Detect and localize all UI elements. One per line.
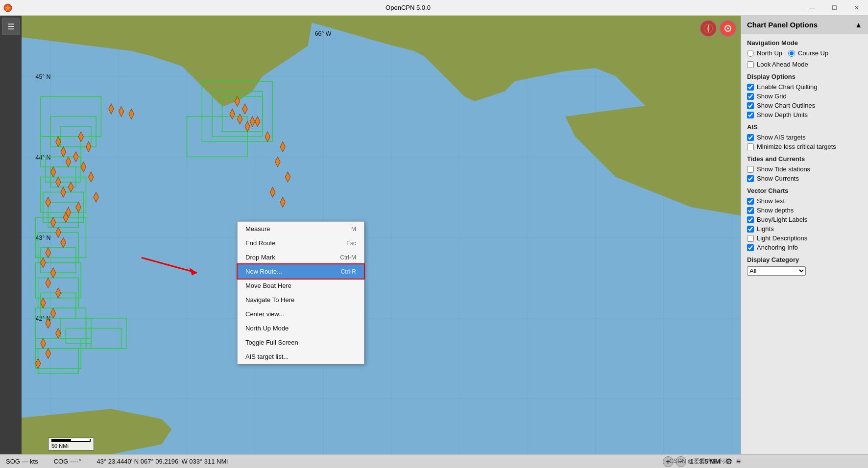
panel-header: Chart Panel Options ▲ — [741, 16, 868, 34]
cm-label-move-boat: Move Boat Here — [245, 282, 291, 289]
cm-item-ais-list[interactable]: AIS target list... — [238, 350, 364, 364]
cm-item-measure[interactable]: Measure M — [238, 222, 364, 236]
show-depths-option[interactable]: Show depths — [747, 207, 862, 214]
buoy-labels-option[interactable]: Buoy/Light Labels — [747, 216, 862, 223]
show-chart-outlines-label: Show Chart Outlines — [757, 102, 815, 109]
show-text-option[interactable]: Show text — [747, 197, 862, 205]
show-currents-checkbox[interactable] — [747, 175, 754, 182]
anchoring-info-label: Anchoring Info — [757, 244, 798, 251]
cm-item-move-boat[interactable]: Move Boat Here — [238, 279, 364, 293]
show-depth-units-option[interactable]: Show Depth Units — [747, 111, 862, 118]
cm-label-end-route: End Route — [245, 239, 275, 247]
lights-checkbox[interactable] — [747, 226, 754, 233]
show-depths-label: Show depths — [757, 207, 794, 214]
cm-label-drop-mark: Drop Mark — [245, 254, 275, 261]
minimize-less-critical-option[interactable]: Minimize less critical targets — [747, 143, 862, 150]
cm-item-center-view[interactable]: Center view... — [238, 307, 364, 321]
close-button[interactable]: ✕ — [845, 0, 868, 16]
show-depth-units-checkbox[interactable] — [747, 112, 754, 118]
course-up-option[interactable]: Course Up — [788, 49, 828, 57]
toolbar: ☰ — [0, 16, 22, 454]
show-tide-stations-option[interactable]: Show Tide stations — [747, 165, 862, 173]
panel-collapse-btn[interactable]: ▲ — [855, 21, 862, 29]
svg-text:45° N: 45° N — [36, 73, 51, 80]
display-category-section-title: Display Category — [747, 256, 862, 263]
map-area[interactable]: ☰ — [0, 16, 741, 454]
buoy-labels-checkbox[interactable] — [747, 216, 754, 223]
ais-section-title: AIS — [747, 123, 862, 131]
cog-display: COG ----° — [54, 458, 81, 465]
cm-shortcut-measure: M — [351, 226, 356, 233]
anchoring-info-checkbox[interactable] — [747, 244, 754, 251]
map-canvas[interactable]: 70° W 69° W 68° W 67° W 66° W 65° W 64° … — [22, 16, 741, 454]
lights-option[interactable]: Lights — [747, 225, 862, 233]
tides-section-title: Tides and Currents — [747, 155, 862, 163]
north-up-label: North Up — [757, 49, 782, 57]
svg-text:66° W: 66° W — [315, 30, 332, 37]
light-desc-option[interactable]: Light Descriptions — [747, 234, 862, 242]
show-tide-stations-checkbox[interactable] — [747, 166, 754, 173]
look-ahead-option[interactable]: Look Ahead Mode — [747, 61, 862, 68]
show-grid-label: Show Grid — [757, 93, 787, 100]
app-icon — [0, 0, 16, 16]
nav-mode-section-title: Navigation Mode — [747, 39, 862, 47]
app-title: OpenCPN 5.0.0 — [16, 4, 800, 11]
cm-label-new-route: New Route... — [245, 268, 282, 275]
menu-icon[interactable]: ≡ — [736, 457, 741, 466]
right-panel: Chart Panel Options ▲ Navigation Mode No… — [741, 16, 868, 454]
lights-label: Lights — [757, 225, 774, 233]
minimize-button[interactable]: — — [800, 0, 823, 16]
statusbar: SOG --- kts COG ----° 43° 23.4440' N 067… — [0, 454, 868, 468]
cm-item-end-route[interactable]: End Route Esc — [238, 236, 364, 250]
show-text-label: Show text — [757, 197, 785, 205]
light-desc-checkbox[interactable] — [747, 235, 754, 242]
enable-chart-quilting-option[interactable]: Enable Chart Quilting — [747, 83, 862, 91]
cm-item-navigate-here[interactable]: Navigate To Here — [238, 293, 364, 307]
svg-point-122 — [727, 27, 729, 29]
map-controls — [699, 20, 737, 37]
show-chart-outlines-option[interactable]: Show Chart Outlines — [747, 102, 862, 109]
scale-bar: 50 NMi — [48, 438, 94, 450]
gps-button[interactable] — [719, 20, 737, 37]
display-category-select[interactable]: All Base Standard Other — [747, 266, 806, 276]
display-options-section-title: Display Options — [747, 73, 862, 80]
course-up-label: Course Up — [798, 49, 828, 57]
panel-body: Navigation Mode North Up Course Up Look … — [741, 34, 868, 454]
context-menu: Measure M End Route Esc Drop Mark Ctrl-M… — [237, 221, 364, 364]
north-up-option[interactable]: North Up — [747, 49, 782, 57]
minimize-less-critical-checkbox[interactable] — [747, 143, 754, 150]
enable-chart-quilting-checkbox[interactable] — [747, 84, 754, 91]
cm-shortcut-new-route: Ctrl-R — [341, 268, 356, 275]
menu-button[interactable]: ☰ — [2, 18, 20, 35]
north-up-radio[interactable] — [747, 50, 754, 57]
compass-button[interactable] — [699, 20, 717, 37]
show-ais-targets-checkbox[interactable] — [747, 134, 754, 141]
show-ais-targets-option[interactable]: Show AIS targets — [747, 134, 862, 141]
cm-item-fullscreen[interactable]: Toggle Full Screen — [238, 335, 364, 350]
main-layout: ☰ — [0, 16, 868, 454]
light-desc-label: Light Descriptions — [757, 234, 807, 242]
show-grid-option[interactable]: Show Grid — [747, 93, 862, 100]
show-text-checkbox[interactable] — [747, 198, 754, 205]
cm-label-north-up: North Up Mode — [245, 325, 289, 332]
cm-label-ais-list: AIS target list... — [245, 353, 289, 360]
show-grid-checkbox[interactable] — [747, 93, 754, 100]
show-currents-option[interactable]: Show Currents — [747, 175, 862, 182]
window-controls: — ☐ ✕ — [800, 0, 868, 16]
show-tide-stations-label: Show Tide stations — [757, 165, 810, 173]
buoy-labels-label: Buoy/Light Labels — [757, 216, 807, 223]
cm-label-navigate-here: Navigate To Here — [245, 296, 294, 304]
cm-shortcut-end-route: Esc — [346, 240, 356, 247]
show-chart-outlines-checkbox[interactable] — [747, 102, 754, 109]
anchoring-info-option[interactable]: Anchoring Info — [747, 244, 862, 251]
look-ahead-checkbox[interactable] — [747, 61, 754, 68]
cm-shortcut-drop-mark: Ctrl-M — [340, 254, 356, 261]
show-depths-checkbox[interactable] — [747, 207, 754, 214]
maximize-button[interactable]: ☐ — [823, 0, 845, 16]
vector-charts-section-title: Vector Charts — [747, 187, 862, 194]
svg-text:44° N: 44° N — [36, 154, 51, 161]
cm-item-north-up[interactable]: North Up Mode — [238, 321, 364, 335]
cm-item-new-route[interactable]: New Route... Ctrl-R — [238, 264, 364, 279]
cm-item-drop-mark[interactable]: Drop Mark Ctrl-M — [238, 250, 364, 264]
course-up-radio[interactable] — [788, 50, 795, 57]
